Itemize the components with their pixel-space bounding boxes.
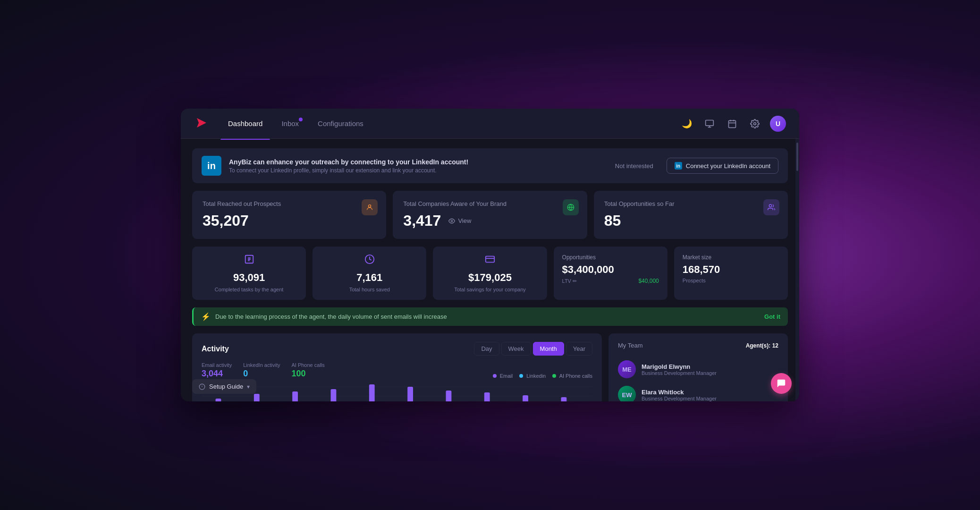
svg-rect-29 [331, 389, 337, 401]
team-header: My Team Agent(s): 12 [618, 342, 778, 349]
team-member-1: ME Marigold Elwynn Business Development … [618, 357, 778, 382]
prospects-icon [362, 199, 378, 215]
activity-stats: Email activity 3,044 LinkedIn activity 0… [202, 362, 592, 379]
setup-guide-label: Setup Guide [209, 383, 243, 390]
member-info-2: Elara Whitlock Business Development Mana… [642, 389, 717, 401]
view-link[interactable]: View [448, 217, 471, 224]
linkedin-banner-text: AnyBiz can enhance your outreach by conn… [229, 158, 602, 174]
stat-card-prospects: Total Reached out Prospects 35,207 [192, 191, 386, 239]
app-window: Dashboard Inbox Configurations 🌙 [181, 109, 799, 401]
linkedin-activity-stat: LinkedIn activity 0 [243, 362, 280, 379]
svg-marker-0 [197, 118, 206, 128]
time-btn-month[interactable]: Month [533, 342, 564, 356]
member-avatar-1: ME [618, 360, 636, 378]
not-interested-button[interactable]: Not interested [609, 159, 659, 173]
linkedin-icon-small: in [675, 162, 682, 170]
svg-rect-47 [561, 397, 566, 401]
team-member-2: EW Elara Whitlock Business Development M… [618, 382, 778, 401]
activity-header: Activity Day Week Month Year [202, 342, 592, 356]
team-members-list: ME Marigold Elwynn Business Development … [618, 357, 778, 401]
stat-market-size: Market size 168,570 Prospects [674, 246, 788, 300]
monitor-icon[interactable] [702, 116, 717, 131]
svg-rect-35 [407, 387, 413, 401]
scrollbar[interactable] [795, 139, 799, 401]
stat-tasks: 93,091 Completed tasks by the agent [192, 246, 306, 300]
svg-point-9 [369, 205, 371, 207]
svg-rect-44 [523, 395, 528, 401]
header: Dashboard Inbox Configurations 🌙 [181, 109, 799, 139]
opportunities-icon [763, 199, 779, 215]
main-content: in AnyBiz can enhance your outreach by c… [181, 139, 799, 401]
stat-card-opportunities: Total Opportunities so Far 85 [594, 191, 788, 239]
member-info-1: Marigold Elwynn Business Development Man… [642, 363, 717, 376]
user-avatar[interactable]: U [770, 116, 786, 132]
header-actions: 🌙 U [679, 116, 786, 132]
got-it-button[interactable]: Got it [764, 313, 780, 320]
svg-rect-4 [729, 120, 736, 128]
chevron-down-icon: ▾ [247, 383, 250, 390]
stats-top-grid: Total Reached out Prospects 35,207 Total… [192, 191, 788, 239]
info-banner: ⚡ Due to the learning process of the age… [192, 307, 788, 326]
svg-point-8 [754, 122, 756, 125]
tab-configurations[interactable]: Configurations [310, 116, 371, 131]
nav-tabs: Dashboard Inbox Configurations [220, 116, 679, 131]
companies-icon [563, 199, 579, 215]
hours-icon [364, 254, 375, 267]
moon-icon[interactable]: 🌙 [679, 116, 694, 131]
tab-dashboard[interactable]: Dashboard [220, 116, 270, 131]
time-btn-week[interactable]: Week [501, 342, 531, 356]
phone-calls-stat: AI Phone calls 100 [291, 362, 324, 379]
team-card: My Team Agent(s): 12 ME Marigold Elwynn … [608, 333, 788, 401]
svg-point-12 [769, 204, 771, 207]
connect-linkedin-button[interactable]: in Connect your LinkedIn account [667, 158, 778, 174]
stat-card-companies: Total Companies Aware of Your Brand 3,41… [393, 191, 587, 239]
svg-rect-38 [446, 391, 452, 401]
member-avatar-2: EW [618, 386, 636, 401]
svg-rect-15 [486, 256, 494, 263]
svg-rect-23 [254, 394, 260, 401]
activity-chart [202, 385, 592, 401]
stat-opportunities-value: Opportunities $3,400,000 LTV ✏ $40,000 [554, 246, 667, 300]
stats-middle-grid: 93,091 Completed tasks by the agent 7,16… [192, 246, 788, 300]
tasks-icon [244, 254, 254, 267]
bottom-section: Activity Day Week Month Year Email activ… [192, 333, 788, 401]
settings-icon[interactable] [747, 116, 762, 131]
time-btn-day[interactable]: Day [474, 342, 499, 356]
savings-icon [485, 254, 495, 267]
setup-guide-button[interactable]: Setup Guide ▾ [192, 379, 256, 394]
agent-count: Agent(s): 12 [746, 342, 778, 349]
info-icon: ⚡ [201, 312, 211, 321]
svg-rect-1 [706, 120, 714, 126]
stat-hours: 7,161 Total hours saved [313, 246, 426, 300]
inbox-notification-dot [299, 118, 303, 121]
email-activity-stat: Email activity 3,044 [202, 362, 232, 379]
chat-button[interactable] [771, 373, 792, 394]
time-filters: Day Week Month Year [474, 342, 592, 356]
svg-rect-20 [216, 399, 221, 401]
calendar-icon[interactable] [725, 116, 740, 131]
svg-point-10 [451, 220, 453, 222]
linkedin-banner: in AnyBiz can enhance your outreach by c… [192, 148, 788, 183]
stat-savings: $179,025 Total savings for your company [433, 246, 547, 300]
svg-rect-41 [484, 392, 490, 401]
linkedin-logo: in [202, 156, 221, 176]
time-btn-year[interactable]: Year [566, 342, 592, 356]
tab-inbox[interactable]: Inbox [274, 116, 306, 131]
logo[interactable] [194, 115, 209, 132]
svg-rect-32 [369, 384, 375, 401]
scroll-thumb [796, 143, 798, 171]
svg-rect-26 [292, 391, 298, 401]
